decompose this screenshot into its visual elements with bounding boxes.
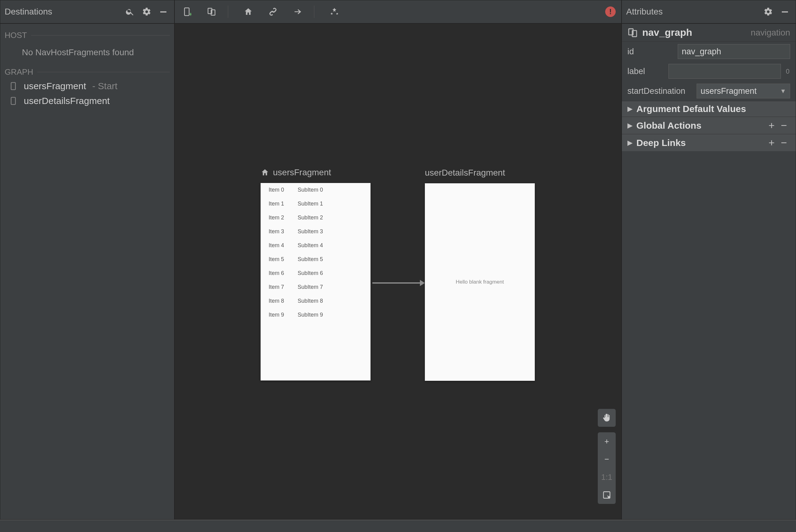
graph-name: nav_graph (642, 27, 746, 38)
argument-default-values-section[interactable]: ▶ Argument Default Values (622, 101, 796, 117)
section-title: Global Actions (636, 120, 765, 131)
list-item-secondary: SubItem 9 (298, 312, 323, 318)
nested-graph-icon[interactable] (205, 5, 218, 18)
no-navhost-message: No NavHostFragments found (0, 42, 174, 65)
id-input[interactable] (678, 44, 790, 59)
search-icon[interactable] (124, 5, 136, 18)
add-global-action-button[interactable]: + (765, 119, 778, 131)
action-arrow-icon[interactable] (291, 5, 304, 18)
list-item: Item 8SubItem 8 (261, 294, 371, 308)
home-icon (261, 168, 269, 177)
list-item-primary: Item 6 (269, 270, 290, 277)
toolbar-separator (228, 5, 228, 18)
list-item: Item 9SubItem 9 (261, 308, 371, 322)
list-item-secondary: SubItem 1 (298, 201, 323, 207)
label-label: label (627, 66, 664, 76)
svg-rect-6 (11, 82, 15, 90)
section-rule (37, 72, 170, 72)
list-item-secondary: SubItem 8 (298, 298, 323, 304)
svg-rect-1 (185, 8, 189, 16)
list-item: Item 3SubItem 3 (261, 225, 371, 239)
warnings-badge[interactable]: ! (605, 6, 616, 17)
destination-name: usersFragment (24, 81, 86, 91)
attributes-panel-header: Attributes (622, 0, 796, 23)
global-actions-section[interactable]: ▶ Global Actions + − (622, 117, 796, 134)
node-label-text: userDetailsFragment (425, 168, 505, 178)
label-binding-icon[interactable] (785, 64, 790, 78)
chevron-right-icon: ▶ (627, 105, 633, 113)
list-item-primary: Item 5 (269, 256, 290, 263)
fragment-icon (9, 95, 18, 107)
list-item: Item 6SubItem 6 (261, 266, 371, 280)
deep-links-section[interactable]: ▶ Deep Links + − (622, 134, 796, 151)
destinations-title: Destinations (5, 7, 120, 17)
graph-section-label: GRAPH (0, 65, 174, 79)
deeplink-icon[interactable] (266, 5, 279, 18)
zoom-out-button[interactable]: − (598, 450, 616, 468)
usersFragment-node[interactable]: usersFragment Item 0SubItem 0Item 1SubIt… (261, 183, 371, 380)
list-item: Item 1SubItem 1 (261, 197, 371, 211)
fragment-icon (9, 80, 18, 92)
zoom-in-button[interactable]: + (598, 432, 616, 450)
gear-icon[interactable] (140, 5, 153, 18)
attributes-empty-area (622, 151, 796, 519)
userDetailsFragment-node[interactable]: userDetailsFragment Hello blank fragment (425, 183, 535, 381)
start-destination-row: startDestination usersFragment ▼ (622, 81, 796, 101)
arrow-line (372, 282, 420, 284)
destination-item[interactable]: userDetailsFragment (0, 94, 174, 108)
destination-item[interactable]: usersFragment - Start (0, 79, 174, 94)
list-item-secondary: SubItem 5 (298, 256, 323, 263)
list-item-secondary: SubItem 4 (298, 242, 323, 249)
list-item-primary: Item 8 (269, 298, 290, 304)
svg-text:+: + (189, 11, 192, 16)
list-item: Item 2SubItem 2 (261, 211, 371, 225)
list-item-primary: Item 3 (269, 228, 290, 235)
remove-deeplink-button[interactable]: − (778, 137, 790, 149)
gear-icon[interactable] (762, 5, 775, 18)
destinations-panel-header: Destinations (0, 0, 174, 23)
svg-rect-7 (11, 97, 15, 104)
start-destination-select[interactable]: usersFragment ▼ (697, 83, 790, 98)
auto-arrange-icon[interactable] (328, 5, 341, 18)
arrow-head-icon (420, 280, 425, 286)
list-item: Item 5SubItem 5 (261, 252, 371, 266)
minimize-icon[interactable] (157, 5, 170, 18)
section-title: Argument Default Values (636, 104, 790, 114)
minimize-icon[interactable] (778, 5, 791, 18)
chevron-down-icon: ▼ (780, 88, 786, 95)
label-input[interactable] (668, 64, 781, 79)
graph-title-row: nav_graph navigation (622, 24, 796, 42)
graph-label-text: GRAPH (5, 67, 33, 77)
editor-toolbar: + ! (174, 0, 622, 23)
nav-canvas[interactable]: usersFragment Item 0SubItem 0Item 1SubIt… (174, 23, 622, 520)
zoom-reset-button[interactable]: 1:1 (598, 468, 616, 486)
list-item: Item 4SubItem 4 (261, 239, 371, 252)
id-label: id (627, 47, 673, 56)
destination-suffix: - Start (92, 81, 118, 91)
svg-rect-11 (786, 69, 789, 73)
attributes-title: Attributes (626, 7, 758, 17)
destination-name: userDetailsFragment (24, 96, 110, 106)
status-bar (0, 520, 796, 532)
action-arrow[interactable] (372, 280, 425, 286)
list-item-primary: Item 1 (269, 201, 290, 207)
toolbar-separator (314, 5, 314, 18)
zoom-fit-icon[interactable] (598, 486, 616, 504)
graph-type: navigation (751, 28, 790, 38)
section-rule (31, 35, 170, 36)
host-label-text: HOST (5, 31, 27, 40)
pan-hand-icon[interactable] (598, 409, 616, 427)
remove-global-action-button[interactable]: − (778, 119, 790, 131)
list-item-secondary: SubItem 6 (298, 270, 323, 277)
list-item-secondary: SubItem 0 (298, 187, 323, 193)
list-item-primary: Item 0 (269, 187, 290, 193)
host-section-label: HOST (0, 29, 174, 42)
svg-rect-5 (782, 12, 788, 13)
list-item-secondary: SubItem 2 (298, 214, 323, 221)
new-destination-icon[interactable]: + (180, 5, 193, 18)
userDetailsFragment-label: userDetailsFragment (425, 168, 505, 178)
list-item-primary: Item 2 (269, 214, 290, 221)
id-row: id (622, 42, 796, 61)
add-deeplink-button[interactable]: + (765, 137, 778, 149)
home-icon[interactable] (242, 5, 255, 18)
